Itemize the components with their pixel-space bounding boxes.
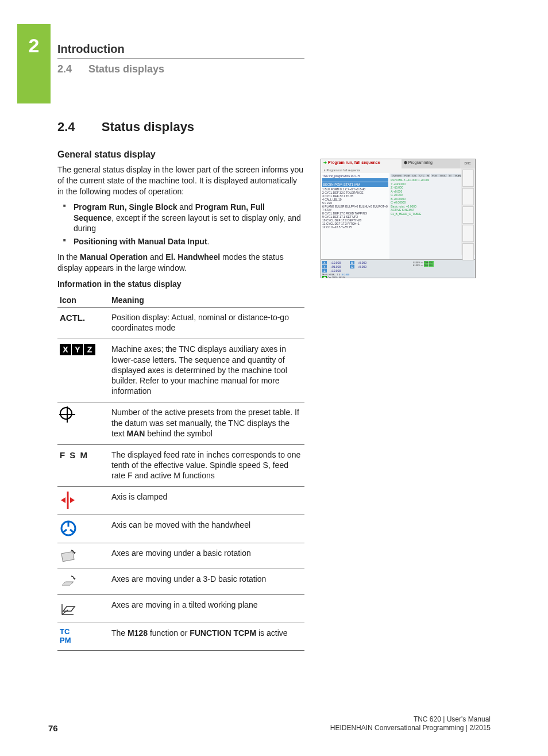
tilted-plane-icon [60, 600, 107, 617]
ss-body: TNC:\nc_prog\PGM\STAT1.H BEGIN PGM STAT1… [321, 173, 475, 259]
text: Program run full sequence [326, 168, 360, 172]
chapter-heading: Introduction [57, 43, 304, 59]
ax: B [350, 261, 354, 264]
table-row: Axis can be moved with the handwheel [57, 515, 304, 543]
svg-marker-9 [62, 582, 74, 585]
ss-topbar: ➔ Program run, full sequence ⬢ Programmi… [321, 159, 475, 168]
meaning-cell: Number of the active presets from the pr… [109, 402, 304, 445]
ss-sidebar-icons [461, 168, 475, 255]
text: The [111, 628, 128, 638]
meaning-cell: Axis is clamped [109, 487, 304, 515]
xyz-icon: XYZ [60, 345, 96, 354]
ss-header-bar [322, 178, 388, 182]
section-name: Status displays [102, 120, 194, 134]
svg-marker-2 [70, 497, 75, 503]
ss-footer: X+10.000 B+0.000 Y+96.000 C+0.000 Z+10.0… [321, 259, 475, 278]
screenshot-figure: ➔ Program run, full sequence ⬢ Programmi… [321, 159, 476, 278]
ss-mode-title: ➔ Program run, full sequence [321, 159, 402, 168]
col-header-icon: Icon [57, 293, 109, 308]
section-ref-title: Status displays [88, 63, 164, 75]
svg-line-5 [63, 529, 67, 532]
meaning-cell: Machine axes; the TNC displays auxiliary… [109, 339, 304, 402]
subsection-heading: General status display [57, 149, 304, 160]
ax: X [322, 261, 327, 264]
text: In the [57, 252, 80, 262]
page-footer: 76 TNC 620 | User's Manual HEIDENHAIN Co… [48, 715, 491, 733]
footer-line2: HEIDENHAIN Conversational Programming | … [330, 724, 491, 732]
ss-ovr-line: ⬤ Ovr 100% M 5/9 [322, 276, 411, 278]
table-row: Axes are moving in a tilted working plan… [57, 595, 304, 623]
ss-highlight-line: BEGIN PGM STAT1 MM [322, 182, 388, 187]
text: and [148, 252, 165, 262]
tcpm-line2: PM [60, 636, 107, 644]
chapter-number: 2 [29, 34, 40, 56]
svg-rect-7 [61, 552, 74, 562]
ss-override-bars: S100% ▭ OFF ON F100% ▭ OFF ON [412, 260, 475, 268]
fsm-icon: F S M [60, 450, 88, 460]
text: and [177, 202, 195, 212]
chapter-tab: 2 [17, 24, 51, 103]
preset-icon [60, 407, 72, 420]
table-row: ACTL. Position display: Actual, nominal … [57, 308, 304, 339]
tcpm-line1: TC [60, 628, 107, 636]
icon-cell: XYZ [57, 339, 109, 402]
meaning-cell: The M128 function or FUNCTION TCPM is ac… [109, 623, 304, 651]
icon-cell [57, 595, 109, 623]
text: function or [148, 628, 190, 638]
ss-code-block: 1 BLK FORM 0.1 Z X+0 Y+0 Z-402 CYCL DEF … [322, 187, 388, 229]
bold-text: Manual Operation [80, 252, 148, 262]
val: +96.000 [330, 265, 341, 268]
ax: Y [322, 265, 327, 268]
ss-dnc-label: DNC [460, 159, 475, 168]
col-header-meaning: Meaning [109, 293, 304, 308]
table-row: TC PM The M128 function or FUNCTION TCPM… [57, 623, 304, 651]
basic-rotation-icon [60, 548, 107, 563]
tcpm-icon: TC PM [60, 628, 107, 644]
page-content: 2.4 Status displays General status displ… [57, 120, 304, 651]
meaning-cell: Position display: Actual, nominal or dis… [109, 308, 304, 339]
mode-list: Program Run, Single Block and Program Ru… [57, 202, 304, 248]
icon-cell: TC PM [57, 623, 109, 651]
svg-line-6 [70, 529, 74, 532]
icon-cell [57, 515, 109, 543]
footer-right: TNC 620 | User's Manual HEIDENHAIN Conve… [330, 715, 491, 733]
icon-cell [57, 402, 109, 445]
ax: C [350, 265, 354, 268]
table-row: Axes are moving under a 3-D basic rotati… [57, 569, 304, 595]
bold-text: MAN [126, 429, 145, 438]
section-ref-num: 2.4 [57, 63, 72, 75]
bold-text: M128 [128, 628, 148, 638]
section-ref: 2.4 Status displays [57, 63, 164, 75]
icon-cell: ACTL. [57, 308, 109, 339]
ss-mode-alt: ⬢ Programming [402, 159, 460, 168]
ss-coords-area: X+10.000 B+0.000 Y+96.000 C+0.000 Z+10.0… [321, 260, 412, 278]
meaning-cell: Axes are moving in a tilted working plan… [109, 595, 304, 623]
page-number: 76 [48, 723, 58, 733]
section-number: 2.4 [57, 120, 75, 134]
table-row: Number of the active presets from the pr… [57, 402, 304, 445]
chapter-title: Introduction [57, 43, 125, 55]
bold-text: El. Handwheel [165, 252, 220, 262]
bold-text: Program Run, Single Block [74, 202, 177, 212]
bold-text: Positioning with Manual Data Input [74, 237, 207, 246]
val: +0.000 [358, 261, 366, 264]
text: . [207, 237, 210, 246]
meaning-cell: Axis can be moved with the handwheel [109, 515, 304, 543]
svg-line-14 [62, 610, 68, 615]
clamp-icon [60, 492, 107, 509]
ss-path: TNC:\nc_prog\PGM\STAT1.H [322, 174, 388, 178]
bold-text: FUNCTION TCPM [190, 628, 256, 638]
val: +10.000 [330, 269, 341, 273]
intro-paragraph: The general status display in the lower … [57, 164, 304, 197]
status-table: Icon Meaning ACTL. Position display: Act… [57, 293, 304, 651]
table-row: F S M The displayed feed rate in inches … [57, 444, 304, 487]
ss-subtitle: ↳ Program run full sequence [321, 168, 475, 173]
actl-icon: ACTL. [60, 313, 85, 323]
icon-cell [57, 543, 109, 569]
paragraph: In the Manual Operation and El. Handwhee… [57, 252, 304, 274]
svg-marker-11 [63, 607, 75, 611]
footer-line1: TNC 620 | User's Manual [414, 715, 491, 723]
icon-cell: F S M [57, 444, 109, 487]
heading-rule [57, 58, 304, 59]
text: is active [256, 628, 287, 638]
